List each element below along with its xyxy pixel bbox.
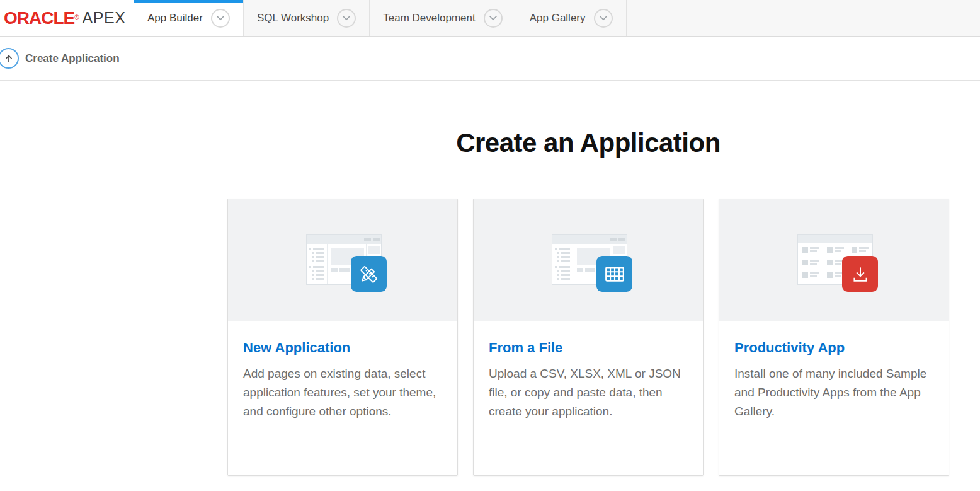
breadcrumb: Create Application	[0, 37, 980, 81]
oracle-apex-logo[interactable]: ORACLE® APEX	[0, 0, 134, 36]
oracle-wordmark: ORACLE®	[4, 8, 83, 28]
chevron-down-icon[interactable]	[594, 9, 613, 28]
create-application-options: New Application Add pages on existing da…	[227, 199, 949, 476]
card-description: Add pages on existing data, select appli…	[243, 364, 442, 421]
chevron-down-icon[interactable]	[337, 9, 356, 28]
page-title: Create an Application	[227, 128, 949, 158]
apex-wordmark: APEX	[83, 9, 126, 27]
top-navigation-bar: ORACLE® APEX App Builder SQL Workshop Te…	[0, 0, 980, 37]
pencil-ruler-icon	[351, 256, 387, 292]
card-from-a-file[interactable]: From a File Upload a CSV, XLSX, XML or J…	[473, 199, 704, 476]
active-tab-indicator	[134, 0, 243, 3]
up-arrow-icon[interactable]	[0, 48, 19, 69]
tab-sql-workshop[interactable]: SQL Workshop	[244, 0, 370, 36]
card-description: Upload a CSV, XLSX, XML or JSON file, or…	[489, 364, 688, 421]
card-new-application[interactable]: New Application Add pages on existing da…	[227, 199, 458, 476]
primary-tabs: App Builder SQL Workshop Team Developmen…	[134, 0, 627, 36]
card-illustration	[719, 199, 949, 321]
card-title-link[interactable]: Productivity App	[734, 340, 933, 356]
card-illustration	[474, 199, 703, 321]
tab-app-builder[interactable]: App Builder	[134, 0, 244, 36]
card-description: Install one of many included Sample and …	[734, 364, 933, 421]
main-content: Create an Application	[227, 128, 949, 476]
card-title-link[interactable]: New Application	[243, 340, 442, 356]
chevron-down-icon[interactable]	[211, 9, 230, 28]
breadcrumb-current-page: Create Application	[25, 52, 120, 65]
card-productivity-app[interactable]: Productivity App Install one of many inc…	[719, 199, 949, 476]
table-grid-icon	[596, 256, 632, 292]
card-title-link[interactable]: From a File	[489, 340, 688, 356]
card-illustration	[228, 199, 457, 321]
download-icon	[842, 256, 878, 292]
tab-team-development[interactable]: Team Development	[370, 0, 516, 36]
chevron-down-icon[interactable]	[484, 9, 503, 28]
topbar-filler	[627, 0, 980, 36]
tab-app-gallery[interactable]: App Gallery	[516, 0, 627, 36]
